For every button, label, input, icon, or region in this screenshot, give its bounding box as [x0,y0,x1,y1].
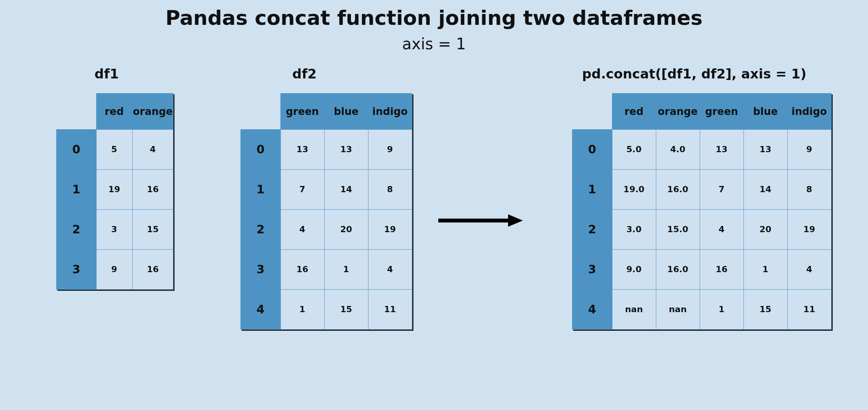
df2-cell: 13 [280,129,324,169]
result-cell: 9.0 [612,249,656,289]
result-col-orange: orange [656,94,700,130]
df2-cell: 4 [368,249,412,289]
result-cell: 4.0 [656,129,700,169]
df1-idx-3: 3 [57,249,97,289]
df2-cell: 7 [280,169,324,209]
result-cell: 5.0 [612,129,656,169]
result-col-blue: blue [744,94,787,130]
df1-cell: 16 [132,249,173,289]
result-idx-1: 1 [572,169,612,209]
page-subtitle: axis = 1 [0,35,868,53]
result-table: red orange green blue indigo 0 5.0 4.0 1… [572,93,832,330]
df2-cell: 11 [368,289,412,329]
df2-idx-1: 1 [241,169,281,209]
result-cell: 4 [700,209,744,249]
df1-cell: 15 [132,209,173,249]
result-idx-3: 3 [572,249,612,289]
result-cell: 19.0 [612,169,656,209]
df1-cell: 5 [96,129,132,169]
df2-cell: 1 [324,249,368,289]
df2-cell: 16 [280,249,324,289]
result-cell: nan [612,289,656,329]
result-cell: 13 [744,129,787,169]
df1-cell: 4 [132,129,173,169]
result-cell: 16 [700,249,744,289]
df2-table: green blue indigo 0 13 13 9 1 7 14 8 2 4… [240,93,412,330]
result-cell: 11 [787,289,831,329]
result-cell: 9 [787,129,831,169]
df2-cell: 1 [280,289,324,329]
df1-col-orange: orange [132,94,173,130]
result-idx-2: 2 [572,209,612,249]
result-cell: 3.0 [612,209,656,249]
df2-col-green: green [280,94,324,130]
page-title: Pandas concat function joining two dataf… [0,6,868,30]
result-cell: 15.0 [656,209,700,249]
df2-cell: 15 [324,289,368,329]
df2-title: df2 [240,66,368,82]
df2-idx-0: 0 [241,129,281,169]
df1-cell: 3 [96,209,132,249]
result-cell: 4 [787,249,831,289]
result-cell: 14 [744,169,787,209]
df1-col-red: red [96,94,132,130]
result-idx-4: 4 [572,289,612,329]
df2-cell: 14 [324,169,368,209]
df2-col-blue: blue [324,94,368,130]
result-title: pd.concat([df1, df2], axis = 1) [574,66,814,82]
df1-idx-2: 2 [57,209,97,249]
df1-idx-0: 0 [57,129,97,169]
df1-table: red orange 0 5 4 1 19 16 2 3 15 3 9 16 [56,93,173,290]
svg-marker-1 [508,214,523,227]
result-cell: 19 [787,209,831,249]
result-cell: 1 [700,289,744,329]
df2-cell: 8 [368,169,412,209]
df1-cell: 16 [132,169,173,209]
result-cell: 7 [700,169,744,209]
df1-cell: 19 [96,169,132,209]
df2-cell: 4 [280,209,324,249]
result-cell: 20 [744,209,787,249]
result-cell: 16.0 [656,169,700,209]
result-cell: 15 [744,289,787,329]
result-col-green: green [700,94,744,130]
df2-idx-3: 3 [241,249,281,289]
result-col-indigo: indigo [787,94,831,130]
df2-cell: 19 [368,209,412,249]
df2-idx-2: 2 [241,209,281,249]
df2-col-indigo: indigo [368,94,412,130]
df1-cell: 9 [96,249,132,289]
df1-idx-1: 1 [57,169,97,209]
df2-cell: 9 [368,129,412,169]
result-idx-0: 0 [572,129,612,169]
result-cell: 8 [787,169,831,209]
df2-cell: 20 [324,209,368,249]
df2-idx-4: 4 [241,289,281,329]
result-cell: 1 [744,249,787,289]
result-cell: nan [656,289,700,329]
arrow-right-icon [438,213,524,228]
result-col-red: red [612,94,656,130]
result-cell: 13 [700,129,744,169]
result-cell: 16.0 [656,249,700,289]
df1-title: df1 [43,66,171,82]
df2-cell: 13 [324,129,368,169]
